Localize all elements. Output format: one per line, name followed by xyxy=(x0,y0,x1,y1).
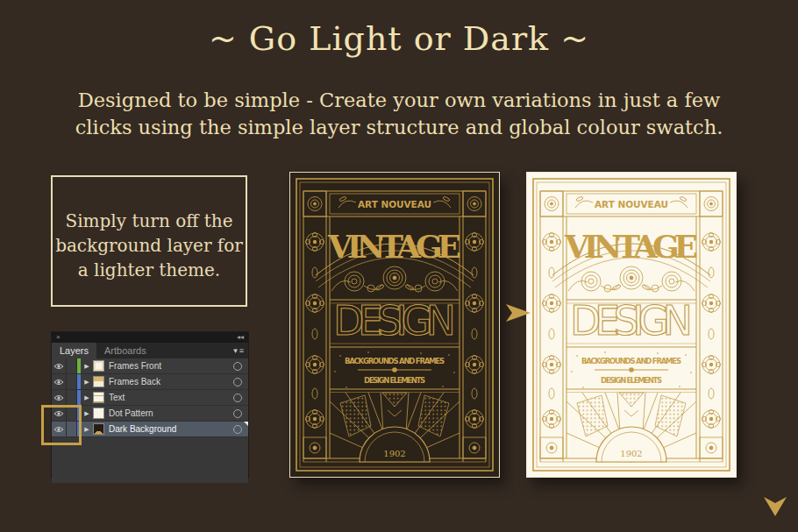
arrow-right-icon xyxy=(506,304,531,322)
note-line-1: Simply turn off the xyxy=(53,209,246,233)
layer-row-frames-front[interactable]: ▶ Frames Front xyxy=(52,358,248,374)
poster-light-art xyxy=(526,172,737,478)
target-cell[interactable] xyxy=(227,409,248,418)
layer-thumbnail[interactable] xyxy=(93,376,104,387)
target-circle-icon xyxy=(233,425,242,434)
target-circle-icon xyxy=(233,409,242,418)
expand-arrow-icon[interactable]: ▶ xyxy=(81,394,93,401)
layer-thumbnail[interactable] xyxy=(93,360,104,372)
poster-dark-art xyxy=(289,172,500,478)
page-subtitle: Designed to be simple - Create your own … xyxy=(0,87,798,141)
visibility-toggle[interactable] xyxy=(52,390,67,405)
layer-name: Dot Pattern xyxy=(104,408,227,418)
expand-arrow-icon[interactable]: ▶ xyxy=(81,410,93,416)
target-cell[interactable] xyxy=(227,425,248,434)
layer-thumbnail[interactable] xyxy=(93,408,104,419)
eye-icon xyxy=(53,379,64,386)
menu-caret-icon: ▾ xyxy=(233,346,238,355)
poster-dark-preview xyxy=(289,172,500,478)
panel-menu-button[interactable]: ▾ ≡ xyxy=(233,343,248,358)
visibility-toggle[interactable] xyxy=(52,374,67,389)
close-icon[interactable]: × xyxy=(56,334,61,341)
target-cell[interactable] xyxy=(227,394,248,402)
expand-arrow-icon[interactable]: ▶ xyxy=(81,426,93,432)
layer-thumbnail[interactable] xyxy=(93,392,104,403)
expand-arrow-icon[interactable]: ▶ xyxy=(81,379,93,385)
layer-name: Frames Back xyxy=(104,377,227,387)
note-line-3: a lighter theme. xyxy=(53,258,246,282)
layer-name: Dark Background xyxy=(104,424,227,434)
eye-icon xyxy=(53,394,64,401)
target-circle-icon xyxy=(233,378,242,387)
panel-tab-bar: Layers Artboards ▾ ≡ xyxy=(52,343,248,358)
layer-row-text[interactable]: ▶ Text xyxy=(52,390,248,406)
layer-row-frames-back[interactable]: ▶ Frames Back xyxy=(52,374,248,390)
tab-layers[interactable]: Layers xyxy=(52,343,96,358)
menu-hamburger-icon: ≡ xyxy=(239,346,244,355)
visibility-toggle[interactable] xyxy=(52,358,67,373)
layer-thumbnail[interactable] xyxy=(93,423,104,435)
panel-title-strip: × ◂◂ xyxy=(52,332,248,343)
target-cell[interactable] xyxy=(227,362,248,371)
target-circle-icon xyxy=(233,394,242,402)
target-cell[interactable] xyxy=(227,378,248,387)
collapse-icon[interactable]: ◂◂ xyxy=(237,334,244,341)
highlight-box xyxy=(41,405,82,445)
lock-cell[interactable] xyxy=(67,374,77,389)
target-circle-icon xyxy=(233,362,242,371)
layer-name: Frames Front xyxy=(104,361,227,371)
subtitle-line-1: Designed to be simple - Create your own … xyxy=(0,87,798,114)
eye-icon xyxy=(53,363,64,370)
layer-name: Text xyxy=(104,393,227,402)
poster-light-preview xyxy=(526,172,737,478)
lock-cell[interactable] xyxy=(67,390,77,405)
note-box: Simply turn off the background layer for… xyxy=(51,175,247,307)
selection-notch xyxy=(244,422,248,426)
expand-arrow-icon[interactable]: ▶ xyxy=(81,363,93,369)
lock-cell[interactable] xyxy=(67,358,77,373)
arrow-down-icon xyxy=(764,497,787,516)
page-title: ~ Go Light or Dark ~ xyxy=(0,19,798,58)
tab-artboards[interactable]: Artboards xyxy=(96,343,154,358)
subtitle-line-2: clicks using the simple layer structure … xyxy=(0,114,798,141)
note-line-2: background layer for xyxy=(53,233,246,258)
